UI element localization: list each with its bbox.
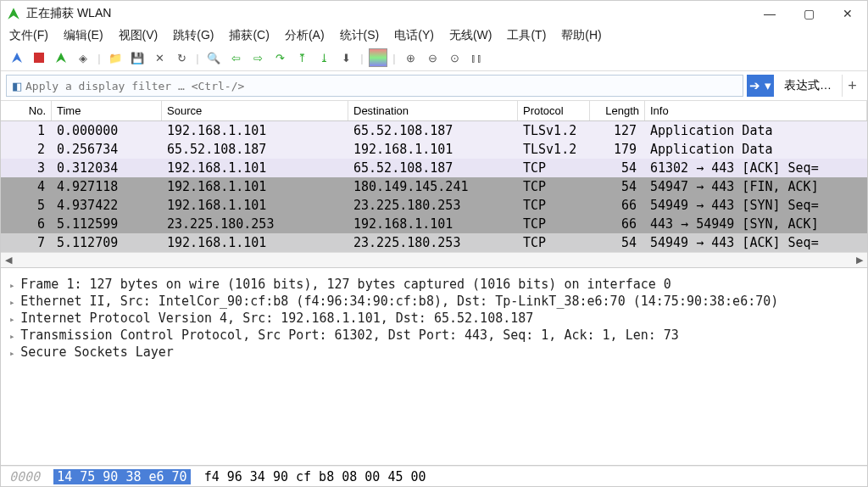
- menu-analyze[interactable]: 分析(A): [285, 28, 325, 43]
- menu-file[interactable]: 文件(F): [9, 28, 48, 43]
- goto-packet-icon[interactable]: ↷: [270, 48, 289, 67]
- detail-line[interactable]: Secure Sockets Layer: [9, 344, 859, 360]
- colorize-icon[interactable]: [369, 48, 387, 67]
- separator: |: [359, 48, 365, 67]
- window-buttons: — ▢ ✕: [750, 1, 867, 26]
- col-length[interactable]: Length: [590, 101, 645, 120]
- separator: |: [194, 48, 201, 67]
- packet-row[interactable]: 20.25673465.52.108.187192.168.1.101TLSv1…: [1, 140, 867, 159]
- horizontal-scrollbar[interactable]: ◀ ▶: [1, 252, 867, 267]
- titlebar: 正在捕获 WLAN — ▢ ✕: [1, 1, 867, 26]
- restart-capture-icon[interactable]: [52, 48, 70, 67]
- zoom-reset-icon[interactable]: ⊙: [445, 48, 464, 67]
- options-icon[interactable]: ◈: [74, 48, 92, 67]
- apply-filter-button[interactable]: ➔ ▾: [747, 75, 774, 97]
- menu-capture[interactable]: 捕获(C): [229, 28, 269, 43]
- hex-bytes: f4 96 34 90 cf b8 08 00 45 00: [204, 469, 426, 484]
- col-time[interactable]: Time: [52, 101, 162, 120]
- col-info[interactable]: Info: [645, 101, 867, 120]
- resize-columns-icon[interactable]: ⫿⫿: [467, 48, 486, 67]
- menu-goto[interactable]: 跳转(G): [173, 28, 214, 43]
- detail-line[interactable]: Transmission Control Protocol, Src Port:…: [9, 327, 859, 343]
- autoscroll-icon[interactable]: ⬇: [337, 48, 355, 67]
- menu-edit[interactable]: 编辑(E): [64, 28, 103, 43]
- window-title: 正在捕获 WLAN: [26, 6, 111, 21]
- col-source[interactable]: Source: [162, 101, 348, 120]
- last-packet-icon[interactable]: ⤓: [314, 48, 333, 67]
- packet-row[interactable]: 65.11259923.225.180.253192.168.1.101TCP6…: [1, 215, 867, 233]
- packet-row[interactable]: 54.937422192.168.1.10123.225.180.253TCP6…: [1, 196, 867, 215]
- menu-help[interactable]: 帮助(H): [561, 28, 601, 43]
- menu-wireless[interactable]: 无线(W): [449, 28, 492, 43]
- hex-offset: 0000: [9, 469, 40, 484]
- packet-row[interactable]: 10.000000192.168.1.10165.52.108.187TLSv1…: [1, 121, 867, 140]
- packet-row[interactable]: 30.312034192.168.1.10165.52.108.187TCP54…: [1, 159, 867, 177]
- expression-button[interactable]: 表达式…: [777, 75, 838, 97]
- go-forward-icon[interactable]: ⇨: [248, 48, 267, 67]
- scroll-left-icon[interactable]: ◀: [1, 255, 16, 266]
- packet-rows: 10.000000192.168.1.10165.52.108.187TLSv1…: [1, 121, 867, 252]
- packet-list-header: No. Time Source Destination Protocol Len…: [1, 101, 867, 121]
- detail-line[interactable]: Internet Protocol Version 4, Src: 192.16…: [9, 311, 859, 326]
- menubar: 文件(F) 编辑(E) 视图(V) 跳转(G) 捕获(C) 分析(A) 统计(S…: [1, 26, 867, 47]
- first-packet-icon[interactable]: ⤒: [292, 48, 311, 67]
- detail-line[interactable]: Ethernet II, Src: IntelCor_90:cf:b8 (f4:…: [9, 294, 859, 309]
- open-file-icon[interactable]: 📁: [106, 48, 125, 67]
- find-icon[interactable]: 🔍: [204, 48, 223, 67]
- separator: |: [391, 48, 398, 67]
- scroll-track[interactable]: [16, 255, 852, 266]
- start-capture-icon[interactable]: [8, 48, 26, 67]
- col-protocol[interactable]: Protocol: [518, 101, 590, 120]
- bookmark-icon[interactable]: ◧: [12, 80, 22, 92]
- menu-statistics[interactable]: 统计(S): [340, 28, 380, 43]
- menu-view[interactable]: 视图(V): [119, 28, 159, 43]
- packet-row[interactable]: 75.112709192.168.1.10123.225.180.253TCP5…: [1, 233, 867, 252]
- go-back-icon[interactable]: ⇦: [226, 48, 245, 67]
- separator: |: [96, 48, 103, 67]
- svg-rect-0: [34, 53, 44, 63]
- app-logo-icon: [6, 6, 21, 21]
- zoom-out-icon[interactable]: ⊖: [423, 48, 442, 67]
- close-button[interactable]: ✕: [828, 1, 867, 26]
- col-destination[interactable]: Destination: [348, 101, 518, 120]
- col-no[interactable]: No.: [1, 101, 52, 120]
- stop-capture-icon[interactable]: [30, 48, 48, 67]
- zoom-in-icon[interactable]: ⊕: [401, 48, 420, 67]
- detail-line[interactable]: Frame 1: 127 bytes on wire (1016 bits), …: [9, 277, 859, 292]
- reload-icon[interactable]: ↻: [172, 48, 191, 67]
- display-filter-input[interactable]: [25, 80, 737, 92]
- maximize-button[interactable]: ▢: [789, 1, 828, 26]
- packet-row[interactable]: 44.927118192.168.1.101180.149.145.241TCP…: [1, 177, 867, 196]
- packet-details: Frame 1: 127 bytes on wire (1016 bits), …: [1, 268, 867, 466]
- save-file-icon[interactable]: 💾: [128, 48, 147, 67]
- close-file-icon[interactable]: ✕: [150, 48, 169, 67]
- hex-selected[interactable]: 14 75 90 38 e6 70: [53, 469, 191, 484]
- display-filter-input-wrap[interactable]: ◧: [6, 75, 743, 97]
- menu-tools[interactable]: 工具(T): [507, 28, 546, 43]
- minimize-button[interactable]: —: [750, 1, 789, 26]
- toolbar: ◈ | 📁 💾 ✕ ↻ | 🔍 ⇦ ⇨ ↷ ⤒ ⤓ ⬇ | | ⊕ ⊖ ⊙ ⫿⫿: [1, 47, 867, 71]
- scroll-right-icon[interactable]: ▶: [852, 255, 867, 266]
- filter-bar: ◧ ➔ ▾ 表达式… +: [1, 71, 867, 101]
- menu-telephony[interactable]: 电话(Y): [394, 28, 434, 43]
- add-filter-button[interactable]: +: [842, 75, 862, 97]
- hex-view: 0000 14 75 90 38 e6 70 f4 96 34 90 cf b8…: [1, 466, 867, 486]
- packet-list: No. Time Source Destination Protocol Len…: [1, 101, 867, 268]
